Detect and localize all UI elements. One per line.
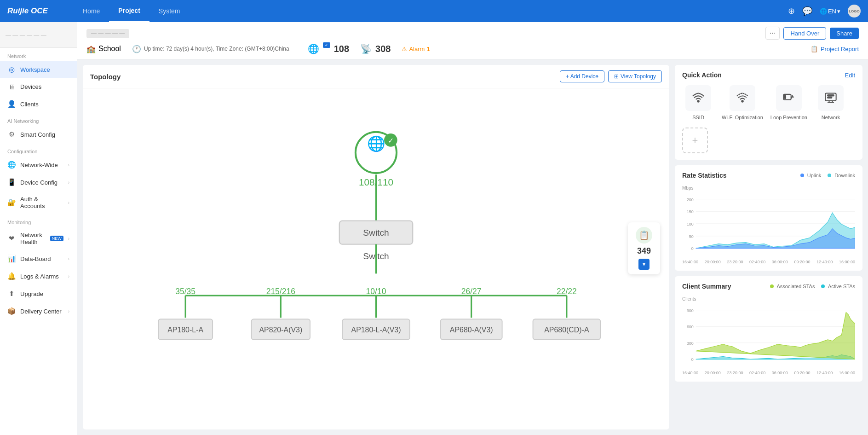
network-health-icon: ❤ <box>7 234 16 243</box>
active-dot <box>821 284 825 288</box>
data-board-arrow-icon: › <box>68 256 69 261</box>
svg-point-31 <box>697 100 699 102</box>
report-label: Project Report <box>821 46 859 52</box>
wifi-opt-icon-box <box>730 85 755 111</box>
sidebar-data-board-label: Data-Board <box>20 255 63 262</box>
nav-system[interactable]: System <box>149 0 190 22</box>
right-panel: Quick Action Edit <box>675 59 868 435</box>
sidebar-item-auth-accounts[interactable]: 🔐 Auth & Accounts › <box>0 191 77 214</box>
header-stat-row: 🏫 School 🕐 Up time: 72 day(s) 4 hour(s),… <box>86 43 859 54</box>
network-label: Network <box>822 115 840 120</box>
report-icon: 📋 <box>811 46 818 52</box>
top-nav: Ruijie OCE Home Project System ⊕ 💬 🌐 EN … <box>0 0 868 22</box>
nav-right: ⊕ 💬 🌐 EN ▾ LOGO <box>788 5 861 17</box>
sidebar-item-logs-alarms[interactable]: 🔔 Logs & Alarms › <box>0 267 77 285</box>
device-config-icon: 📱 <box>7 178 16 186</box>
svg-text:AP680-A(V3): AP680-A(V3) <box>450 326 493 334</box>
network-health-arrow-icon: › <box>68 236 69 241</box>
sidebar-item-data-board[interactable]: 📊 Data-Board › <box>0 250 77 267</box>
aps-count: 308 <box>375 44 391 54</box>
sidebar-workspace-label: Workspace <box>20 66 69 73</box>
more-options-button[interactable]: ··· <box>765 27 780 40</box>
upgrade-icon: ⬆ <box>7 290 16 298</box>
sidebar-delivery-label: Delivery Center <box>20 308 63 315</box>
svg-text:50: 50 <box>689 234 694 239</box>
avatar[interactable]: LOGO <box>848 5 861 17</box>
sidebar-item-upgrade[interactable]: ⬆ Upgrade <box>0 285 77 302</box>
uplink-dot <box>800 174 804 177</box>
sidebar-item-smart-config[interactable]: ⚙ Smart Config <box>0 126 77 143</box>
client-legend: Associated STAs Active STAs <box>770 284 855 289</box>
loop-prev-label: Loop Prevention <box>770 115 807 120</box>
qa-wifi-opt[interactable]: Wi-Fi Optimization <box>722 85 763 120</box>
topology-panel-header: Topology + Add Device ⊞ View Topology <box>83 65 669 88</box>
svg-text:200: 200 <box>687 197 694 202</box>
client-y-label: Clients <box>682 296 855 302</box>
sidebar-item-delivery-center[interactable]: 📦 Delivery Center › <box>0 302 77 320</box>
alarm-count: 1 <box>426 46 430 52</box>
share-button[interactable]: Share <box>830 28 859 39</box>
rate-chart: 200 150 100 50 0 <box>682 194 855 259</box>
sidebar-item-workspace[interactable]: ◎ Workspace <box>0 61 77 78</box>
view-topology-button[interactable]: ⊞ View Topology <box>608 70 662 82</box>
qa-ssid[interactable]: SSID <box>682 85 714 120</box>
add-icon[interactable]: ⊕ <box>788 6 795 16</box>
network-wide-icon: 🌐 <box>7 161 16 169</box>
sidebar-item-clients[interactable]: 👤 Clients <box>0 95 77 113</box>
rate-chart-svg: 200 150 100 50 0 <box>682 194 855 254</box>
sidebar: — — — — — — Network ◎ Workspace 🖥 Device… <box>0 22 77 435</box>
device-config-arrow-icon: › <box>68 180 69 185</box>
sidebar-upgrade-label: Upgrade <box>20 290 69 297</box>
alarm-icon: ⚠ <box>402 46 407 52</box>
svg-text:215/216: 215/216 <box>266 287 295 296</box>
counter-value: 349 <box>637 246 651 256</box>
qa-loop-prev[interactable]: Loop Prevention <box>770 85 807 120</box>
sidebar-auth-label: Auth & Accounts <box>20 196 63 209</box>
svg-text:AP820-A(V3): AP820-A(V3) <box>259 326 302 334</box>
content-area: — — — — — ··· Hand Over Share 🏫 School 🕐… <box>77 22 868 435</box>
hand-over-button[interactable]: Hand Over <box>783 27 826 40</box>
rate-y-label: Mbps <box>682 186 855 191</box>
devices-stat: 🌐 ✓ 108 <box>308 43 349 54</box>
svg-text:AP180-L-A(V3): AP180-L-A(V3) <box>351 326 401 334</box>
topology-icon: ⊞ <box>614 73 619 80</box>
chat-icon[interactable]: 💬 <box>802 6 812 16</box>
section-ai-label: AI Networking <box>0 113 77 126</box>
floating-counter: 📋 349 ▾ <box>628 222 660 274</box>
breadcrumb-tag: — — — — — <box>86 29 129 38</box>
network-icon-box <box>818 85 844 111</box>
nav-links: Home Project System <box>74 0 788 22</box>
quick-action-title: Quick Action <box>682 71 722 79</box>
wifi-opt-label: Wi-Fi Optimization <box>722 115 763 120</box>
svg-text:AP680(CD)-A: AP680(CD)-A <box>544 326 589 334</box>
quick-actions-grid: SSID Wi-Fi Optimizat <box>682 85 855 153</box>
add-device-button[interactable]: + Add Device <box>560 70 604 82</box>
lang-chevron-icon: ▾ <box>837 8 840 15</box>
client-summary-card: Client Summary Associated STAs Active ST… <box>675 276 862 382</box>
sidebar-item-network-health[interactable]: ❤ Network Health NEW › <box>0 227 77 250</box>
svg-text:300: 300 <box>687 341 694 346</box>
alarm-label: Alarm <box>409 46 425 52</box>
school-label: School <box>98 45 121 53</box>
section-network-label: Network <box>0 48 77 61</box>
rate-x-axis: 16:40:00 20:00:00 23:20:00 02:40:00 06:0… <box>682 260 855 264</box>
sidebar-item-device-config[interactable]: 📱 Device Config › <box>0 174 77 191</box>
qa-network[interactable]: Network <box>815 85 847 120</box>
nav-home[interactable]: Home <box>74 0 109 22</box>
sidebar-item-devices[interactable]: 🖥 Devices <box>0 78 77 95</box>
topology-panel: Topology + Add Device ⊞ View Topology <box>83 65 669 429</box>
content-split: Topology + Add Device ⊞ View Topology <box>77 59 868 435</box>
counter-expand-button[interactable]: ▾ <box>638 259 650 270</box>
quick-action-edit[interactable]: Edit <box>845 72 855 79</box>
sidebar-item-network-wide[interactable]: 🌐 Network-Wide › <box>0 156 77 174</box>
nav-project[interactable]: Project <box>109 0 149 22</box>
svg-point-32 <box>742 100 743 102</box>
lang-selector[interactable]: 🌐 EN ▾ <box>820 8 840 15</box>
client-chart: 900 600 300 0 <box>682 305 855 370</box>
sidebar-smart-config-label: Smart Config <box>20 131 69 138</box>
quick-action-add-button[interactable]: + <box>682 128 708 153</box>
svg-text:Switch: Switch <box>363 228 389 238</box>
project-report-button[interactable]: 📋 Project Report <box>811 46 859 52</box>
devices-count: 108 <box>334 44 349 54</box>
rate-stats-header: Rate Statistics Uplink Downlink <box>682 172 855 179</box>
